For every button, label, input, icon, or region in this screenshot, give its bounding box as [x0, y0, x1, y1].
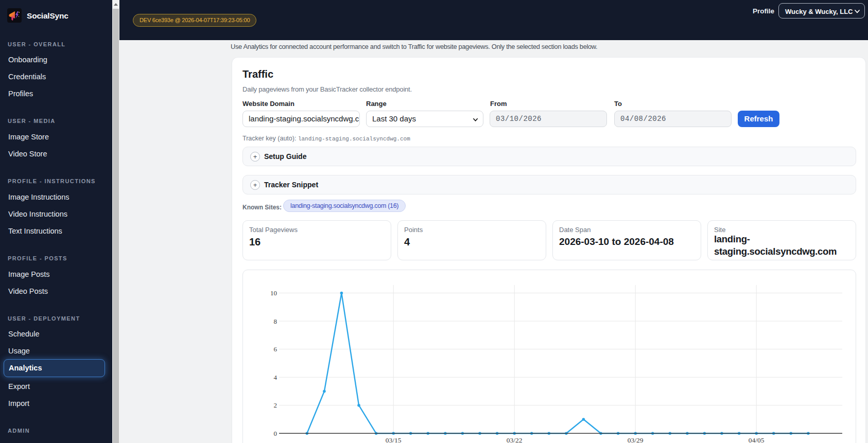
svg-text:10: 10: [270, 289, 277, 297]
svg-text:6: 6: [274, 345, 277, 353]
svg-text:03/15: 03/15: [386, 436, 402, 443]
svg-text:03/22: 03/22: [507, 436, 523, 443]
svg-text:2: 2: [274, 401, 277, 409]
svg-text:03/29: 03/29: [628, 436, 644, 443]
svg-text:4: 4: [274, 374, 277, 381]
svg-text:0: 0: [274, 430, 277, 437]
svg-text:8: 8: [274, 317, 277, 325]
svg-text:04/05: 04/05: [749, 436, 765, 443]
